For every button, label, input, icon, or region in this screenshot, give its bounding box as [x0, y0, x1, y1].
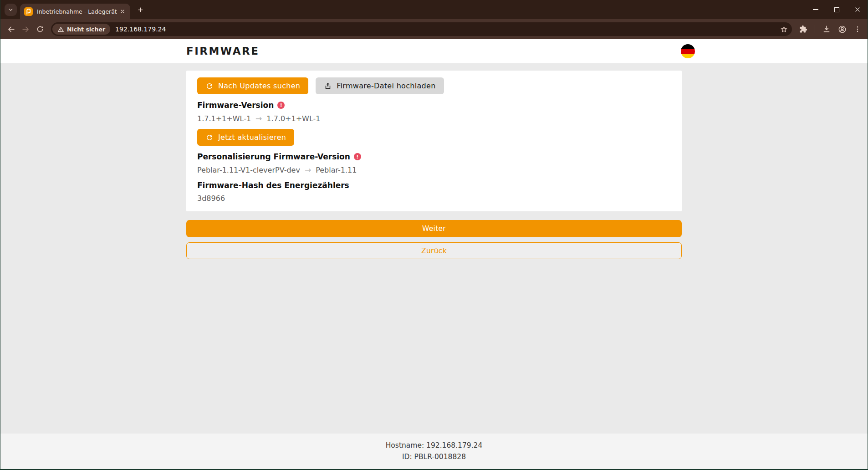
star-icon	[780, 26, 788, 33]
refresh-icon	[205, 133, 214, 142]
security-label: Nicht sicher	[67, 26, 105, 33]
reload-icon	[36, 25, 44, 33]
browser-titlebar: Inbetriebnahme - Ladegerät	[0, 0, 868, 19]
meter-hash-value: 3d8966	[197, 194, 671, 203]
plus-icon	[137, 6, 144, 13]
page-header: FIRMWARE	[0, 39, 868, 63]
firmware-version-label-row: Firmware-Version !	[197, 101, 671, 110]
meter-hash-label-row: Firmware-Hash des Energiezählers	[197, 181, 671, 190]
german-flag-icon[interactable]	[681, 44, 695, 58]
window-controls	[805, 0, 868, 19]
check-updates-label: Nach Updates suchen	[218, 82, 300, 90]
puzzle-icon	[799, 25, 807, 33]
chevron-down-icon	[8, 7, 14, 13]
menu-button[interactable]	[851, 22, 864, 36]
upload-firmware-button[interactable]: Firmware-Datei hochladen	[316, 77, 444, 94]
profile-icon	[838, 25, 847, 34]
warning-icon	[57, 26, 64, 33]
arrow-right-icon: →	[255, 114, 262, 123]
extensions-button[interactable]	[797, 22, 810, 36]
close-icon	[854, 6, 861, 13]
tab-title: Inbetriebnahme - Ladegerät	[37, 8, 118, 15]
profile-button[interactable]	[835, 22, 849, 36]
update-now-label: Jetzt aktualisieren	[218, 133, 286, 142]
back-step-button[interactable]: Zurück	[186, 242, 682, 259]
refresh-icon	[205, 82, 214, 90]
url-bar[interactable]: Nicht sicher 192.168.179.24	[51, 22, 792, 36]
minimize-button[interactable]	[805, 0, 826, 19]
page-title: FIRMWARE	[186, 39, 682, 63]
firmware-version-current: 1.7.1+1+WL-1	[197, 114, 251, 123]
browser-toolbar: Nicht sicher 192.168.179.24	[0, 19, 868, 39]
url-text[interactable]: 192.168.179.24	[115, 26, 778, 33]
meter-hash-label: Firmware-Hash des Energiezählers	[197, 181, 349, 190]
firmware-version-values: 1.7.1+1+WL-1 → 1.7.0+1+WL-1	[197, 114, 671, 123]
firmware-card: Nach Updates suchen Firmware-Datei hochl…	[186, 71, 682, 211]
firmware-version-available: 1.7.0+1+WL-1	[266, 114, 320, 123]
upload-firmware-label: Firmware-Datei hochladen	[337, 82, 435, 90]
reload-button[interactable]	[33, 22, 47, 36]
arrow-right-icon: →	[305, 165, 311, 174]
minimize-icon	[813, 9, 818, 10]
alert-badge-icon: !	[277, 102, 285, 109]
page-footer: Hostname: 192.168.179.24 ID: PBLR-001882…	[0, 434, 868, 469]
download-icon	[822, 25, 831, 33]
bookmark-button[interactable]	[778, 24, 789, 35]
toolbar-actions	[797, 22, 864, 36]
kebab-menu-icon	[854, 26, 861, 33]
back-arrow-icon	[7, 25, 15, 34]
forward-arrow-icon	[21, 25, 30, 34]
downloads-button[interactable]	[820, 22, 833, 36]
personalization-label-row: Personalisierung Firmware-Version !	[197, 152, 671, 161]
maximize-icon	[834, 7, 839, 12]
maximize-button[interactable]	[826, 0, 847, 19]
next-button[interactable]: Weiter	[186, 220, 682, 237]
tab-search-button[interactable]	[5, 4, 17, 16]
main-content: Nach Updates suchen Firmware-Datei hochl…	[0, 63, 868, 434]
site-favicon-icon	[24, 7, 33, 16]
update-now-button[interactable]: Jetzt aktualisieren	[197, 129, 294, 146]
personalization-values: Peblar-1.11-V1-cleverPV-dev → Peblar-1.1…	[197, 165, 671, 174]
browser-tab[interactable]: Inbetriebnahme - Ladegerät	[20, 4, 130, 19]
alert-badge-icon: !	[354, 153, 361, 160]
personalization-current: Peblar-1.11-V1-cleverPV-dev	[197, 166, 300, 174]
security-chip[interactable]: Nicht sicher	[52, 24, 110, 35]
back-button[interactable]	[4, 22, 18, 36]
tab-close-button[interactable]	[118, 7, 127, 15]
upload-icon	[324, 82, 332, 90]
firmware-version-label: Firmware-Version	[197, 101, 274, 110]
close-icon	[120, 9, 125, 14]
personalization-label: Personalisierung Firmware-Version	[197, 152, 350, 161]
new-tab-button[interactable]	[134, 3, 147, 16]
personalization-available: Peblar-1.11	[316, 166, 357, 174]
forward-button[interactable]	[18, 22, 33, 36]
footer-hostname: Hostname: 192.168.179.24	[0, 440, 868, 451]
toolbar-divider	[815, 25, 815, 33]
check-updates-button[interactable]: Nach Updates suchen	[197, 77, 308, 94]
footer-device-id: ID: PBLR-0018828	[0, 451, 868, 463]
close-window-button[interactable]	[847, 0, 868, 19]
